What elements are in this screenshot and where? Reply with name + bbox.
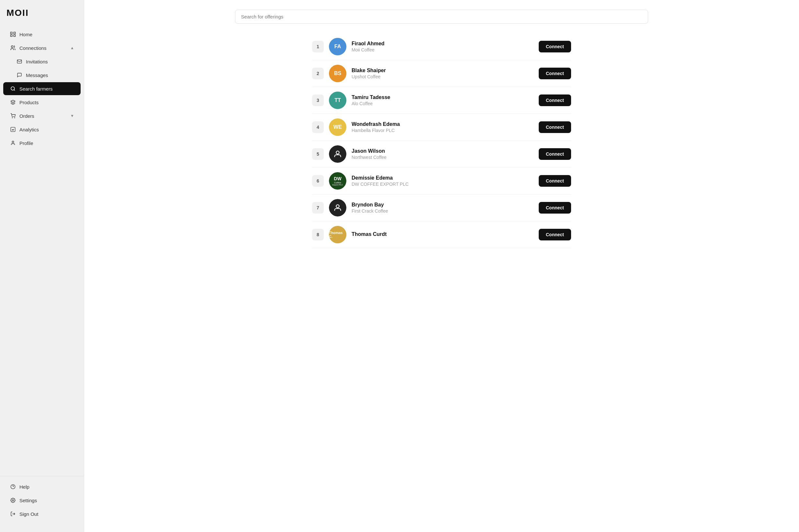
home-icon: [10, 31, 16, 38]
farmer-rank: 5: [312, 148, 324, 160]
sidebar-item-signout[interactable]: Sign Out: [3, 508, 80, 520]
farmer-company: Moii Coffee: [352, 47, 534, 53]
connect-button[interactable]: Connect: [539, 41, 571, 53]
profile-icon: [10, 140, 16, 146]
sidebar-item-label-messages: Messages: [26, 73, 74, 78]
farmer-row: 6DWCoffeeExport PLCDemissie EdemaDW COFF…: [312, 168, 571, 194]
farmer-name: Wondefrash Edema: [352, 121, 534, 127]
sidebar-item-messages[interactable]: Messages: [3, 69, 80, 81]
svg-rect-9: [11, 127, 15, 131]
sidebar-item-connections[interactable]: Connections ▲: [3, 41, 80, 54]
farmer-info: Tamiru TadesseAlo Coffee: [352, 95, 534, 106]
farmer-rank: 8: [312, 229, 324, 241]
connections-icon: [10, 45, 16, 51]
svg-point-8: [15, 117, 15, 118]
farmer-info: Thomas Curdt: [352, 231, 534, 238]
svg-point-7: [12, 117, 12, 118]
farmer-name: Blake Shaiper: [352, 68, 534, 74]
sidebar: MOII Home Connections ▲ Invitations: [0, 0, 84, 532]
farmer-rank: 6: [312, 175, 324, 187]
analytics-icon: [10, 126, 16, 133]
farmer-info: Blake ShaiperUpshot Coffee: [352, 68, 534, 79]
sidebar-item-invitations[interactable]: Invitations: [3, 55, 80, 68]
connect-button[interactable]: Connect: [539, 202, 571, 213]
svg-point-14: [336, 151, 339, 154]
farmer-row: 2BSBlake ShaiperUpshot CoffeeConnect: [312, 60, 571, 87]
orders-icon: [10, 113, 16, 119]
farmer-list: 1FAFiraol AhmedMoii CoffeeConnect2BSBlak…: [312, 33, 571, 248]
search-bar-container: [97, 10, 786, 24]
svg-point-12: [12, 500, 14, 501]
chevron-up-icon: ▲: [70, 45, 74, 50]
main-content: 1FAFiraol AhmedMoii CoffeeConnect2BSBlak…: [84, 0, 799, 532]
sidebar-item-label-profile: Profile: [19, 140, 74, 146]
connect-button[interactable]: Connect: [539, 95, 571, 106]
farmer-company: Alo Coffee: [352, 101, 534, 106]
farmer-row: 8Thomas C.Thomas CurdtConnect: [312, 221, 571, 248]
farmer-name: Bryndon Bay: [352, 202, 534, 208]
farmer-row: 1FAFiraol AhmedMoii CoffeeConnect: [312, 33, 571, 60]
sidebar-item-label-settings: Settings: [19, 498, 74, 503]
farmer-avatar: TT: [329, 92, 347, 109]
farmer-name: Tamiru Tadesse: [352, 95, 534, 100]
sidebar-item-label-signout: Sign Out: [19, 511, 74, 517]
svg-point-6: [11, 87, 15, 90]
farmer-avatar: FA: [329, 38, 347, 55]
farmer-rank: 2: [312, 68, 324, 79]
products-icon: [10, 99, 16, 106]
farmer-info: Demissie EdemaDW COFFEE EXPORT PLC: [352, 175, 534, 187]
search-offerings-input[interactable]: [235, 10, 648, 24]
farmer-company: Hambella Flavor PLC: [352, 128, 534, 133]
farmer-row: 7Bryndon BayFirst Crack CoffeeConnect: [312, 194, 571, 221]
svg-point-10: [12, 141, 14, 143]
farmer-company: DW COFFEE EXPORT PLC: [352, 182, 534, 187]
farmer-info: Firaol AhmedMoii Coffee: [352, 41, 534, 53]
sidebar-item-search-farmers[interactable]: Search farmers: [3, 82, 80, 95]
svg-point-4: [11, 45, 13, 48]
farmer-row: 3TTTamiru TadesseAlo CoffeeConnect: [312, 87, 571, 114]
sidebar-item-profile[interactable]: Profile: [3, 136, 80, 150]
sidebar-item-label-analytics: Analytics: [19, 127, 74, 132]
sidebar-item-home[interactable]: Home: [3, 28, 80, 41]
sidebar-item-label-products: Products: [19, 100, 74, 105]
farmer-avatar: BS: [329, 65, 347, 82]
sidebar-item-settings[interactable]: Settings: [3, 494, 80, 507]
farmer-avatar: DWCoffeeExport PLC: [329, 172, 347, 190]
logo: MOII: [0, 8, 84, 27]
svg-rect-3: [14, 35, 15, 37]
sidebar-item-help[interactable]: Help: [3, 480, 80, 493]
farmer-rank: 1: [312, 41, 324, 53]
sidebar-item-label-search-farmers: Search farmers: [19, 86, 74, 92]
sidebar-item-label-help: Help: [19, 484, 74, 490]
sidebar-item-products[interactable]: Products: [3, 96, 80, 109]
connect-button[interactable]: Connect: [539, 68, 571, 79]
nav-section: Home Connections ▲ Invitations Message: [0, 27, 84, 473]
signout-icon: [10, 511, 16, 517]
farmer-name: Firaol Ahmed: [352, 41, 534, 46]
connect-button[interactable]: Connect: [539, 148, 571, 160]
connect-button[interactable]: Connect: [539, 229, 571, 241]
farmer-row: 4WEWondefrash EdemaHambella Flavor PLCCo…: [312, 114, 571, 141]
invitations-icon: [16, 58, 23, 65]
connect-button[interactable]: Connect: [539, 175, 571, 187]
svg-rect-2: [11, 35, 12, 37]
farmer-info: Jason WilsonNorthwest Coffee: [352, 148, 534, 160]
farmer-avatar: [329, 199, 347, 216]
nav-bottom: Help Settings Sign Out: [0, 476, 84, 524]
chevron-down-icon: ▼: [70, 114, 74, 118]
svg-point-15: [336, 205, 339, 208]
farmer-name: Demissie Edema: [352, 175, 534, 181]
svg-rect-5: [17, 60, 21, 63]
farmer-rank: 4: [312, 121, 324, 133]
farmer-rank: 7: [312, 202, 324, 213]
farmer-info: Bryndon BayFirst Crack Coffee: [352, 202, 534, 213]
help-icon: [10, 483, 16, 490]
search-farmers-icon: [10, 86, 16, 92]
svg-rect-0: [11, 32, 12, 34]
connect-button[interactable]: Connect: [539, 121, 571, 133]
farmer-name: Jason Wilson: [352, 148, 534, 154]
sidebar-item-orders[interactable]: Orders ▼: [3, 109, 80, 122]
sidebar-item-analytics[interactable]: Analytics: [3, 123, 80, 136]
sidebar-item-label-orders: Orders: [19, 113, 67, 119]
connections-sub-menu: Invitations Messages: [0, 55, 84, 81]
